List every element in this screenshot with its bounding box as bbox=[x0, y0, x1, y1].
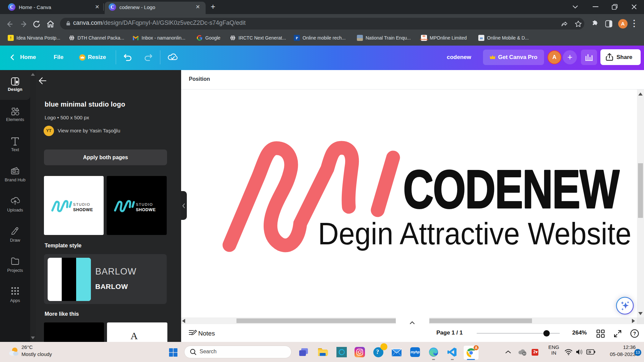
svg-text:co.: co. bbox=[13, 171, 15, 173]
svg-text:Degin Attractive Website: Degin Attractive Website bbox=[318, 216, 631, 251]
svg-text:C: C bbox=[111, 5, 114, 10]
svg-text:STUDIO: STUDIO bbox=[73, 202, 90, 206]
svg-text:SHODWE: SHODWE bbox=[73, 207, 93, 212]
svg-text:CODENEW: CODENEW bbox=[403, 159, 620, 220]
svg-text:STUDIO: STUDIO bbox=[136, 202, 153, 206]
svg-text:C: C bbox=[10, 5, 13, 10]
svg-text:SHODWE: SHODWE bbox=[136, 207, 156, 212]
